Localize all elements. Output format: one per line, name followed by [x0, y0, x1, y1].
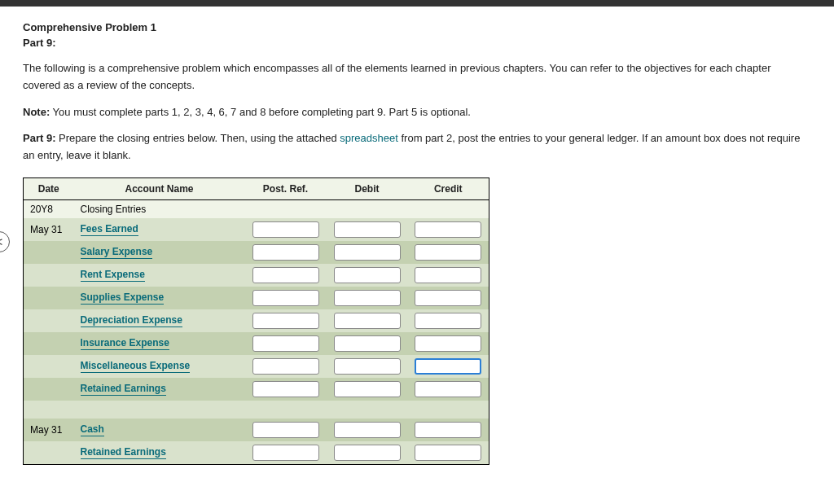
- date-cell: [24, 309, 74, 332]
- account-cell: Retained Earnings: [74, 378, 245, 401]
- postref-cell: [245, 401, 327, 419]
- date-cell: May 31: [24, 419, 74, 441]
- credit-cell: [408, 401, 489, 419]
- date-cell: [24, 441, 74, 465]
- debit-cell: [327, 287, 408, 309]
- year-cell: 20Y8: [24, 199, 74, 218]
- credit-input[interactable]: [415, 422, 481, 438]
- postref-cell: [245, 241, 327, 264]
- credit-cell: [408, 309, 489, 332]
- credit-input[interactable]: [415, 358, 481, 375]
- postref-input[interactable]: [252, 445, 319, 461]
- debit-cell: [327, 441, 408, 465]
- account-cell: Salary Expense: [74, 241, 245, 264]
- credit-cell: [408, 287, 489, 309]
- account-cell: Depreciation Expense: [74, 309, 245, 332]
- account-link[interactable]: Supplies Expense: [81, 291, 165, 305]
- credit-cell: [408, 218, 489, 241]
- credit-input[interactable]: [415, 244, 481, 261]
- account-cell: [74, 401, 245, 419]
- account-link[interactable]: Depreciation Expense: [81, 314, 182, 327]
- spreadsheet-link[interactable]: spreadsheet: [340, 132, 398, 144]
- account-cell: Rent Expense: [74, 264, 245, 287]
- account-cell: Supplies Expense: [74, 287, 245, 309]
- ledger-table-wrap: Date Account Name Post. Ref. Debit Credi…: [23, 177, 811, 465]
- postref-input[interactable]: [252, 221, 319, 238]
- date-cell: [24, 332, 74, 355]
- debit-cell: [327, 419, 408, 441]
- th-debit: Debit: [327, 177, 408, 199]
- credit-input[interactable]: [415, 445, 481, 461]
- credit-input[interactable]: [415, 313, 481, 329]
- window-topbar: [0, 0, 834, 7]
- credit-cell: [408, 241, 489, 264]
- account-cell: Cash: [74, 419, 245, 441]
- intro-paragraph: The following is a comprehensive problem…: [23, 60, 811, 94]
- note-bold: Note:: [23, 106, 50, 118]
- date-cell: [24, 287, 74, 309]
- debit-input[interactable]: [334, 244, 401, 261]
- part9-bold: Part 9:: [23, 132, 55, 144]
- credit-cell: [408, 378, 489, 401]
- debit-cell: [327, 218, 408, 241]
- debit-cell: [327, 355, 408, 378]
- postref-cell: [245, 355, 327, 378]
- credit-cell: [408, 264, 489, 287]
- account-cell: Miscellaneous Expense: [74, 355, 245, 378]
- account-link[interactable]: Miscellaneous Expense: [81, 360, 191, 373]
- credit-input[interactable]: [415, 381, 481, 397]
- account-link[interactable]: Fees Earned: [81, 223, 138, 236]
- part9-text-before: Prepare the closing entries below. Then,…: [55, 132, 340, 144]
- credit-cell: [408, 332, 489, 355]
- th-postref: Post. Ref.: [245, 177, 327, 199]
- debit-input[interactable]: [334, 290, 401, 306]
- ledger-table: Date Account Name Post. Ref. Debit Credi…: [23, 177, 489, 465]
- postref-input[interactable]: [252, 381, 319, 397]
- postref-cell: [245, 441, 327, 465]
- debit-input[interactable]: [334, 445, 401, 461]
- account-link[interactable]: Retained Earnings: [81, 383, 166, 396]
- postref-input[interactable]: [252, 267, 319, 283]
- credit-input[interactable]: [415, 221, 481, 238]
- account-link[interactable]: Cash: [81, 423, 104, 436]
- account-link[interactable]: Salary Expense: [81, 246, 153, 259]
- postref-cell: [245, 287, 327, 309]
- debit-input[interactable]: [334, 313, 401, 329]
- postref-input[interactable]: [252, 290, 319, 306]
- debit-cell: [327, 264, 408, 287]
- account-cell: Fees Earned: [74, 218, 245, 241]
- account-link[interactable]: Insurance Expense: [81, 337, 169, 350]
- debit-cell: [327, 401, 408, 419]
- date-cell: May 31: [24, 218, 74, 241]
- postref-cell: [245, 264, 327, 287]
- debit-cell: [327, 309, 408, 332]
- debit-input[interactable]: [334, 221, 401, 238]
- postref-input[interactable]: [252, 313, 319, 329]
- postref-cell: [245, 309, 327, 332]
- note-paragraph: Note: You must complete parts 1, 2, 3, 4…: [23, 104, 811, 121]
- account-link[interactable]: Rent Expense: [81, 269, 145, 282]
- debit-input[interactable]: [334, 358, 401, 375]
- main-content: Comprehensive Problem 1 Part 9: The foll…: [0, 7, 834, 480]
- debit-input[interactable]: [334, 267, 401, 283]
- account-link[interactable]: Retained Earnings: [81, 446, 166, 459]
- th-account: Account Name: [74, 177, 245, 199]
- chevron-left-icon: <: [0, 235, 2, 248]
- credit-input[interactable]: [415, 335, 481, 352]
- date-cell: [24, 241, 74, 264]
- postref-input[interactable]: [252, 244, 319, 261]
- debit-input[interactable]: [334, 422, 401, 438]
- debit-input[interactable]: [334, 381, 401, 397]
- credit-input[interactable]: [415, 267, 481, 283]
- account-cell: Retained Earnings: [74, 441, 245, 465]
- debit-cell: [327, 378, 408, 401]
- postref-input[interactable]: [252, 335, 319, 352]
- part-label: Part 9:: [23, 37, 811, 49]
- debit-cell: [327, 332, 408, 355]
- postref-input[interactable]: [252, 422, 319, 438]
- postref-input[interactable]: [252, 358, 319, 375]
- credit-cell: [408, 355, 489, 378]
- th-credit: Credit: [408, 177, 489, 199]
- credit-input[interactable]: [415, 290, 481, 306]
- debit-input[interactable]: [334, 335, 401, 352]
